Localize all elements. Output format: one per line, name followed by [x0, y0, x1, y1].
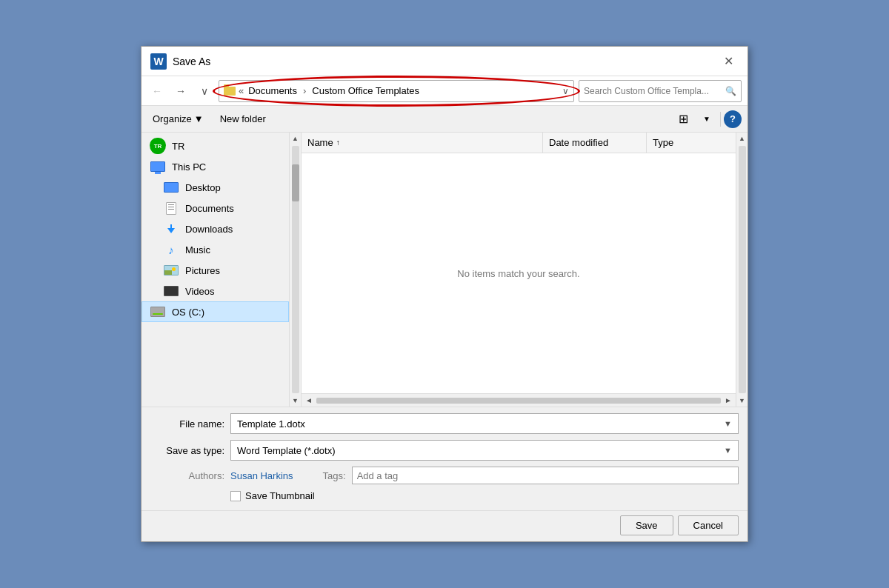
file-scroll-up-btn[interactable]: ▲ — [736, 133, 748, 144]
word-icon: W — [150, 53, 167, 70]
toolbar: Organize ▼ New folder ⊞ ▼ ? — [141, 106, 748, 133]
sidebar-item-downloads[interactable]: Downloads — [141, 218, 289, 239]
filetype-dropdown-icon[interactable]: ▼ — [724, 446, 732, 455]
organize-button[interactable]: Organize ▼ — [147, 110, 209, 127]
new-folder-label: New folder — [220, 113, 266, 124]
sidebar-icon-tr: TR — [150, 140, 166, 152]
thumbnail-row: Save Thumbnail — [150, 490, 739, 501]
path-dropdown-arrow[interactable]: ∨ — [562, 86, 569, 96]
filename-value: Template 1.dotx — [237, 418, 724, 430]
music-icon: ♪ — [168, 244, 174, 256]
sidebar-scroll-up[interactable]: ▲ — [290, 133, 302, 144]
sidebar-item-os-c[interactable]: OS (C:) — [141, 301, 289, 322]
sidebar-label-downloads: Downloads — [185, 224, 233, 235]
bottom-form: File name: Template 1.dotx ▼ Save as typ… — [141, 407, 748, 510]
sidebar-icon-videos — [163, 285, 179, 297]
sidebar-item-documents[interactable]: Documents — [141, 198, 289, 218]
help-button[interactable]: ? — [724, 110, 742, 128]
h-scroll-right-btn[interactable]: ► — [722, 395, 734, 407]
sidebar-item-pictures[interactable]: Pictures — [141, 260, 289, 281]
h-scrollbar[interactable]: ◄ ► — [302, 393, 736, 407]
file-pane: Name ↑ Date modified Type No items match… — [302, 133, 736, 407]
path-separator: › — [303, 85, 306, 96]
empty-text: No items match your search. — [457, 268, 579, 279]
sidebar-item-music[interactable]: ♪ Music — [141, 239, 289, 260]
sidebar-scroll-down[interactable]: ▼ — [290, 395, 302, 407]
view-button[interactable]: ⊞ — [673, 109, 693, 130]
filetype-input[interactable]: Word Template (*.dotx) ▼ — [230, 440, 739, 461]
tags-input[interactable] — [352, 467, 739, 484]
view-dropdown-button[interactable]: ▼ — [696, 109, 717, 130]
toolbar-right: ⊞ ▼ ? — [673, 109, 742, 130]
col-name-label: Name — [307, 137, 333, 148]
path-prefix: « — [239, 85, 244, 96]
forward-button[interactable]: → — [171, 81, 190, 101]
file-scroll-track — [739, 146, 746, 393]
path-segment-templates: Custom Office Templates — [312, 85, 419, 96]
file-scroll-down-btn[interactable]: ▼ — [736, 395, 748, 407]
nav-bar: ← → ∨ « Documents › Custom Office Templa… — [141, 76, 748, 106]
h-scroll-track — [316, 398, 721, 404]
sidebar-item-desktop[interactable]: Desktop — [141, 177, 289, 198]
sidebar-item-tr[interactable]: TR TR — [141, 136, 289, 156]
close-button[interactable]: ✕ — [718, 51, 739, 72]
sidebar-item-this-pc[interactable]: This PC — [141, 156, 289, 177]
filename-input[interactable]: Template 1.dotx ▼ — [230, 413, 739, 434]
sidebar-icon-drive — [150, 306, 166, 318]
search-input[interactable] — [584, 86, 722, 96]
sidebar-item-videos[interactable]: Videos — [141, 281, 289, 301]
tr-icon: TR — [150, 138, 166, 154]
path-bar[interactable]: « Documents › Custom Office Templates ∨ — [219, 80, 574, 102]
sidebar-icon-pictures — [163, 264, 179, 276]
sidebar-label-videos: Videos — [185, 286, 215, 297]
col-type-label: Type — [653, 137, 673, 148]
pc-icon — [150, 161, 165, 172]
new-folder-button[interactable]: New folder — [215, 110, 271, 127]
nav-down-button[interactable]: ∨ — [195, 81, 214, 101]
sort-arrow-icon: ↑ — [336, 138, 340, 147]
sidebar-scroll-thumb — [292, 164, 299, 201]
col-date-header[interactable]: Date modified — [543, 133, 647, 153]
filename-row: File name: Template 1.dotx ▼ — [150, 413, 739, 434]
file-scrollbar[interactable]: ▲ ▼ — [736, 133, 748, 407]
thumbnail-checkbox[interactable] — [230, 491, 241, 501]
sidebar-container: TR TR This PC — [141, 133, 302, 407]
sidebar-icon-music: ♪ — [163, 244, 179, 255]
view-icon: ⊞ — [679, 112, 688, 126]
sidebar-icon-pc — [150, 161, 166, 173]
sidebar-scroll-track — [292, 146, 299, 393]
save-button[interactable]: Save — [620, 515, 673, 535]
videos-icon — [164, 286, 179, 296]
sidebar: TR TR This PC — [141, 133, 290, 407]
h-scroll-left-btn[interactable]: ◄ — [303, 395, 315, 407]
sidebar-label-os-c: OS (C:) — [172, 307, 204, 318]
dialog-title: Save As — [173, 56, 210, 67]
path-segment-documents: Documents — [248, 85, 297, 96]
col-date-label: Date modified — [549, 137, 608, 148]
desktop-icon — [164, 182, 179, 193]
back-button[interactable]: ← — [147, 81, 167, 101]
organize-arrow-icon: ▼ — [194, 113, 204, 124]
sidebar-label-pictures: Pictures — [185, 265, 220, 276]
file-header: Name ↑ Date modified Type — [302, 133, 736, 153]
main-area: TR TR This PC — [141, 133, 748, 407]
drive-icon — [150, 307, 165, 317]
docs-icon — [166, 202, 176, 215]
thumbnail-label: Save Thumbnail — [245, 490, 315, 501]
search-bar: 🔍 — [579, 80, 742, 102]
path-bar-wrapper: « Documents › Custom Office Templates ∨ — [219, 80, 574, 102]
authors-value[interactable]: Susan Harkins — [230, 470, 293, 481]
folder-icon — [224, 87, 236, 96]
title-bar-left: W Save As — [150, 53, 210, 70]
cancel-button[interactable]: Cancel — [678, 515, 739, 535]
sidebar-scrollbar[interactable]: ▲ ▼ — [290, 133, 302, 407]
col-name-header[interactable]: Name ↑ — [302, 133, 543, 153]
toolbar-divider — [720, 112, 721, 127]
search-icon: 🔍 — [725, 86, 736, 96]
col-type-header[interactable]: Type — [647, 133, 736, 153]
downloads-icon — [167, 224, 175, 233]
authors-label: Authors: — [159, 470, 224, 481]
sidebar-label-this-pc: This PC — [172, 161, 206, 173]
tags-label: Tags: — [323, 470, 346, 481]
filename-dropdown-icon[interactable]: ▼ — [724, 419, 732, 428]
